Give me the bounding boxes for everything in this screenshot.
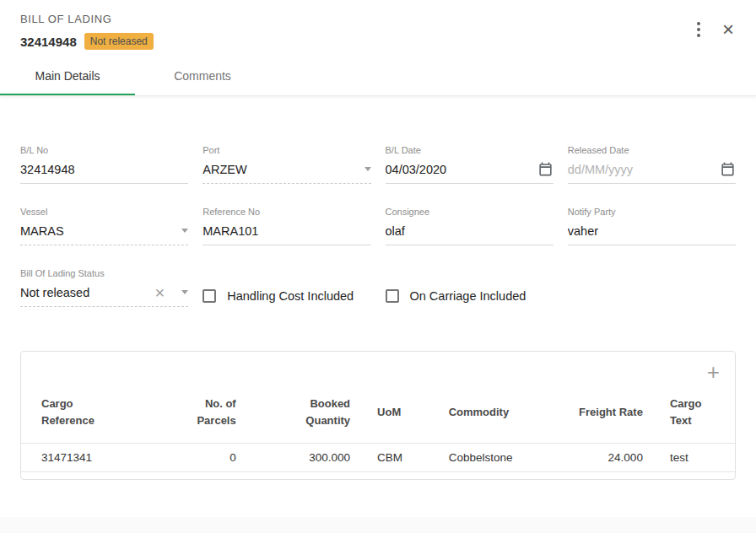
field-label: Bill Of Lading Status <box>20 268 188 278</box>
cell-booked-quantity: 300.000 <box>250 444 364 472</box>
field-label: B/L No <box>20 145 188 155</box>
dialog-header: BILL OF LADING 32414948 Not released × <box>0 0 756 58</box>
chevron-down-icon <box>181 290 188 294</box>
reference-no-input[interactable] <box>202 224 370 238</box>
consignee-input[interactable] <box>386 224 554 238</box>
port-select[interactable]: ARZEW <box>202 157 370 184</box>
card-toolbar: + <box>21 363 735 380</box>
field-bl-date: B/L Date <box>386 145 554 184</box>
notify-party-input[interactable] <box>568 224 736 238</box>
field-bl-no: B/L No <box>20 145 188 184</box>
checkbox-label: On Carriage Included <box>410 289 526 303</box>
add-cargo-line-icon[interactable]: + <box>707 363 720 380</box>
status-badge: Not released <box>84 33 154 50</box>
field-label: Vessel <box>20 207 188 217</box>
checkbox-handling-cost-included[interactable]: Handling Cost Included <box>202 284 370 307</box>
checkbox-unchecked-icon <box>386 289 399 303</box>
checkbox-on-carriage-included[interactable]: On Carriage Included <box>386 284 554 307</box>
cell-uom: CBM <box>364 444 435 472</box>
cargo-table: Cargo Reference No. of Parcels Booked Qu… <box>21 390 735 472</box>
bol-status-value: Not released <box>20 286 155 299</box>
field-notify-party: Notify Party <box>568 207 736 245</box>
cell-cargo-reference: 31471341 <box>21 444 164 472</box>
field-label: Released Date <box>568 145 736 155</box>
port-value: ARZEW <box>202 163 357 176</box>
clear-icon[interactable]: × <box>155 287 165 299</box>
bl-number: 32414948 <box>20 35 77 49</box>
vessel-select[interactable]: MARAS <box>20 218 188 245</box>
tab-main-details[interactable]: Main Details <box>0 58 135 95</box>
close-icon[interactable]: × <box>721 19 736 40</box>
table-header-row: Cargo Reference No. of Parcels Booked Qu… <box>21 390 735 444</box>
tab-label: Comments <box>174 69 231 83</box>
bl-no-input[interactable] <box>20 163 188 176</box>
column-header: Cargo Reference <box>21 390 164 444</box>
field-vessel: Vessel MARAS <box>20 207 188 245</box>
released-date-input[interactable] <box>568 163 715 176</box>
cargo-lines-card: + Cargo Reference No. of Parcels Booked … <box>20 351 736 480</box>
form-grid: B/L No Port ARZEW B/L Date <box>20 145 736 307</box>
cell-commodity: Cobbelstone <box>435 444 564 472</box>
checkbox-label: Handling Cost Included <box>227 289 354 303</box>
chevron-down-icon <box>364 167 371 171</box>
tab-bar: Main Details Comments <box>0 58 756 96</box>
field-port: Port ARZEW <box>202 145 370 184</box>
column-header: Freight Rate <box>564 390 656 444</box>
field-consignee: Consignee <box>386 207 554 245</box>
field-label: Notify Party <box>568 207 736 217</box>
cell-no-of-parcels: 0 <box>164 444 250 472</box>
field-reference-no: Reference No <box>202 207 370 245</box>
kebab-menu-icon[interactable] <box>695 20 702 39</box>
bl-number-row: 32414948 Not released <box>20 33 154 50</box>
field-bill-of-lading-status: Bill Of Lading Status Not released × <box>20 268 188 307</box>
tab-label: Main Details <box>35 69 100 83</box>
header-actions: × <box>695 13 736 40</box>
header-left: BILL OF LADING 32414948 Not released <box>20 13 154 50</box>
field-label: Consignee <box>386 207 554 217</box>
field-label: B/L Date <box>386 145 554 155</box>
cell-freight-rate: 24.000 <box>564 444 656 472</box>
chevron-down-icon <box>181 229 188 233</box>
field-released-date: Released Date <box>568 145 736 184</box>
column-header: Booked Quantity <box>250 390 364 444</box>
column-header: No. of Parcels <box>164 390 250 444</box>
dialog-title: BILL OF LADING <box>20 13 154 25</box>
main-details-panel: B/L No Port ARZEW B/L Date <box>0 96 756 307</box>
bl-date-input[interactable] <box>386 163 532 176</box>
more-options-dots <box>697 22 700 37</box>
bol-status-select[interactable]: Not released × <box>20 280 188 307</box>
column-header: Commodity <box>435 390 564 444</box>
grid-spacer <box>568 268 736 307</box>
checkbox-unchecked-icon <box>202 289 216 303</box>
table-row[interactable]: 31471341 0 300.000 CBM Cobbelstone 24.00… <box>21 444 735 472</box>
field-label: Reference No <box>202 207 370 217</box>
column-header: Cargo Text <box>656 390 735 444</box>
tab-comments[interactable]: Comments <box>135 58 270 95</box>
bill-of-lading-dialog: BILL OF LADING 32414948 Not released × M… <box>0 0 756 517</box>
vessel-value: MARAS <box>20 224 175 238</box>
calendar-icon[interactable] <box>537 161 554 177</box>
column-header: UoM <box>364 390 435 444</box>
cell-cargo-text: test <box>656 444 735 472</box>
calendar-icon[interactable] <box>720 161 736 177</box>
field-label: Port <box>202 145 370 155</box>
